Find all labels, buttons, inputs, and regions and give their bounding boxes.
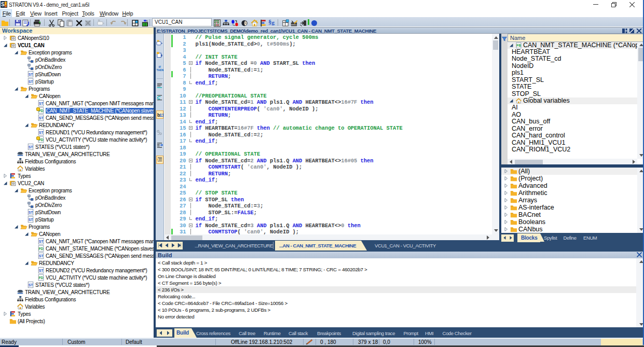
svg-text:11: 11 [160,113,163,118]
